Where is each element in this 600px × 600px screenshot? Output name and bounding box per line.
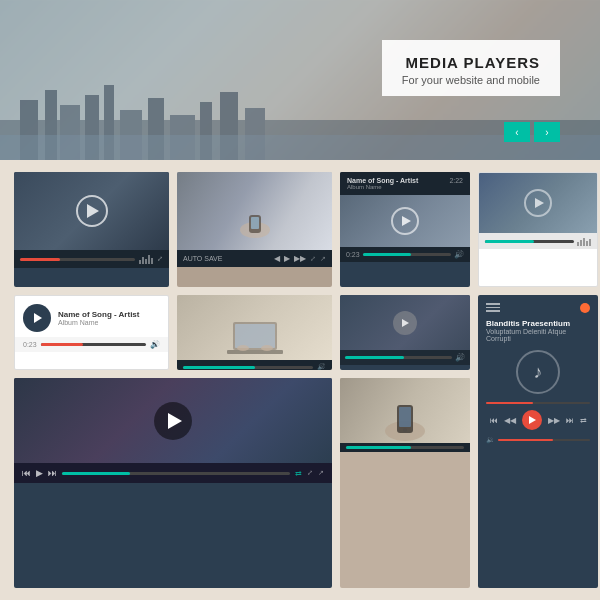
sdv-progress[interactable] [345, 356, 452, 359]
hamburger-line-3 [486, 310, 500, 312]
laptop-photo [177, 295, 332, 360]
large-video-thumb [14, 378, 332, 463]
vol-bar-1 [139, 260, 141, 264]
audio-progress[interactable] [41, 343, 146, 346]
large-ctrl-forward[interactable]: ⏭ [48, 468, 57, 478]
music-vol-icon: 🔉 [486, 436, 495, 444]
light-play-button[interactable] [524, 189, 552, 217]
music-note-circle: ♪ [516, 350, 560, 394]
play-button-1[interactable] [76, 195, 108, 227]
sdv-play-button[interactable] [393, 311, 417, 335]
svg-point-19 [237, 345, 249, 351]
music-card-title: Blanditis Praesentium [486, 319, 590, 328]
large-ctrl-play[interactable]: ▶ [36, 468, 43, 478]
svg-point-20 [261, 345, 273, 351]
volume-indicator-1 [139, 254, 153, 264]
hamburger-line-2 [486, 307, 500, 309]
dark-player-track: Name of Song - Artist Album Name 2:22 0:… [340, 172, 470, 287]
laptop-progress[interactable] [183, 366, 313, 369]
music-prev-btn[interactable]: ⏮ [490, 416, 498, 425]
music-card-progress[interactable] [486, 402, 590, 404]
vol-bar-5 [151, 258, 153, 264]
photo-next-icon[interactable]: ▶▶ [294, 254, 306, 263]
photo-thumbnail-1 [177, 172, 332, 250]
large-play-icon [168, 413, 182, 429]
svg-rect-15 [251, 217, 259, 229]
progress-bar-1[interactable] [20, 258, 135, 261]
light-progress[interactable] [485, 240, 574, 243]
laptop-photo-player: 🔊 [177, 295, 332, 370]
large-video-controls: ⏮ ▶ ⏭ ⇄ ⤢ ↗ [14, 463, 332, 483]
large-shuffle-icon[interactable]: ⇄ [295, 469, 302, 478]
photo-play-icon[interactable]: ▶ [284, 254, 290, 263]
sdv-play-icon [402, 319, 409, 327]
hand-device-icon [380, 393, 430, 443]
hand-photo-progress[interactable] [346, 446, 464, 449]
large-share-icon[interactable]: ↗ [318, 469, 324, 477]
sdv-vol-icon[interactable]: 🔊 [455, 353, 465, 362]
track-time-elapsed: 0:23 [346, 251, 360, 258]
video-thumbnail-1 [14, 172, 169, 250]
track-progress[interactable] [363, 253, 451, 256]
light-controls [479, 233, 597, 249]
hero-navigation: ‹ › [504, 122, 560, 142]
music-card-header [486, 303, 590, 313]
laptop-controls: 🔊 [177, 360, 332, 370]
audio-time: 0:23 [23, 341, 37, 348]
track-progress-fill [363, 253, 412, 256]
track-bottom-controls: 0:23 🔊 [340, 247, 470, 262]
large-play-button[interactable] [154, 402, 192, 440]
photo-expand-icon[interactable]: ⤢ [310, 255, 316, 263]
music-ff-btn[interactable]: ▶▶ [548, 416, 560, 425]
audio-play-button[interactable] [23, 304, 51, 332]
hero-prev-button[interactable]: ‹ [504, 122, 530, 142]
music-next-btn[interactable]: ⏭ [566, 416, 574, 425]
hero-title: MEDIA PLAYERS [402, 54, 540, 71]
audio-player-inner: Name of Song - Artist Album Name [15, 296, 168, 337]
expand-icon-1[interactable]: ⤢ [157, 255, 163, 263]
lvb-3 [583, 238, 585, 246]
audio-track-name: Name of Song - Artist [58, 310, 160, 319]
photo-share-icon[interactable]: ↗ [320, 255, 326, 263]
audio-vol-icon[interactable]: 🔊 [150, 340, 160, 349]
next-arrow-icon: › [545, 127, 548, 138]
players-grid: ⤢ AUTO SAVE ◀ ▶ ▶▶ ⤢ ↗ Name of Song - [0, 160, 600, 600]
track-name-display: Name of Song - Artist Album Name [347, 177, 418, 190]
music-card-controls: ⏮ ◀◀ ▶▶ ⏭ ⇄ [486, 410, 590, 430]
hero-text-box: MEDIA PLAYERS For your website and mobil… [382, 40, 560, 96]
lvb-2 [580, 240, 582, 246]
large-progress[interactable] [62, 472, 290, 475]
hand-photo-controls [340, 443, 470, 452]
sdv-thumbnail [340, 295, 470, 350]
laptop-icon [225, 320, 285, 355]
large-expand-icon[interactable]: ⤢ [307, 469, 313, 477]
light-play-icon [535, 198, 544, 208]
track-header: Name of Song - Artist Album Name 2:22 [340, 172, 470, 195]
lvb-1 [577, 242, 579, 246]
svg-rect-17 [235, 324, 275, 348]
track-volume-icon[interactable]: 🔊 [454, 250, 464, 259]
music-play-btn[interactable] [522, 410, 542, 430]
audio-bottom-controls: 0:23 🔊 [15, 337, 168, 352]
light-volume-bars [577, 236, 591, 246]
audio-player-white: Name of Song - Artist Album Name 0:23 🔊 [14, 295, 169, 370]
music-player-card: Blanditis Praesentium Voluptatum Delenit… [478, 295, 598, 588]
music-volume-control: 🔉 [486, 436, 590, 444]
laptop-vol-icon[interactable]: 🔊 [317, 363, 326, 370]
svg-point-24 [403, 428, 407, 432]
music-rewind-btn[interactable]: ◀◀ [504, 416, 516, 425]
large-ctrl-rewind[interactable]: ⏮ [22, 468, 31, 478]
progress-fill-1 [20, 258, 60, 261]
audio-track-sub: Album Name [58, 319, 160, 326]
hero-next-button[interactable]: › [534, 122, 560, 142]
track-play-button[interactable] [391, 207, 419, 235]
hero-section: MEDIA PLAYERS For your website and mobil… [0, 0, 600, 160]
prev-arrow-icon: ‹ [515, 127, 518, 138]
photo-prev-icon[interactable]: ◀ [274, 254, 280, 263]
music-shuffle-btn[interactable]: ⇄ [580, 416, 587, 425]
hamburger-menu[interactable] [486, 303, 500, 312]
laptop-progress-fill [183, 366, 255, 369]
sdv-controls: 🔊 [340, 350, 470, 365]
hand-icon [235, 210, 275, 240]
music-vol-bar[interactable] [498, 439, 590, 441]
